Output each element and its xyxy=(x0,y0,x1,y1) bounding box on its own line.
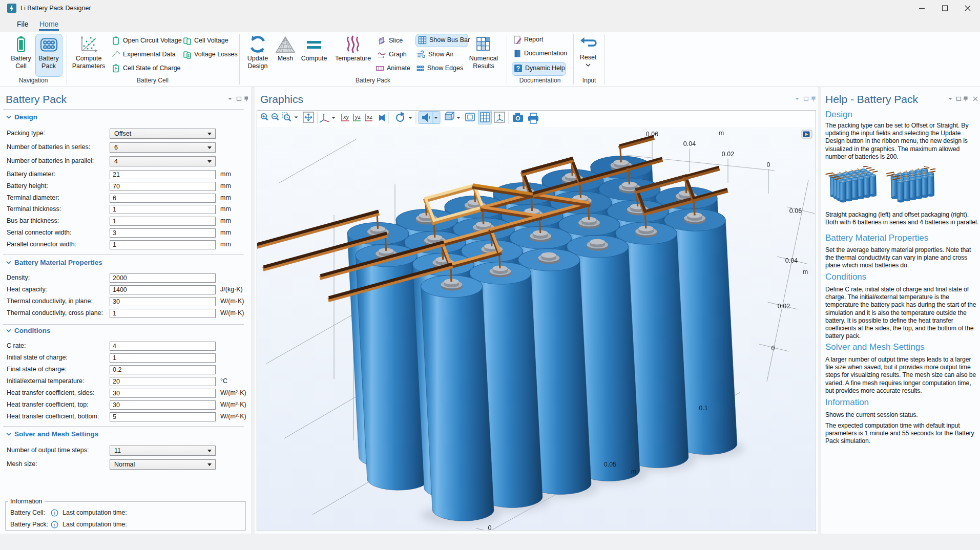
svg-text:0.04: 0.04 xyxy=(785,257,798,264)
svg-text:m: m xyxy=(803,268,808,276)
svg-text:xz: xz xyxy=(367,114,372,120)
svg-text:i: i xyxy=(54,522,55,527)
svg-text:xy: xy xyxy=(343,114,349,120)
svg-text:0.1: 0.1 xyxy=(699,405,707,412)
svg-text:?: ? xyxy=(516,65,520,72)
svg-text:yz: yz xyxy=(355,114,361,120)
svg-text:0.02: 0.02 xyxy=(722,151,734,158)
svg-text:0.06: 0.06 xyxy=(789,207,802,215)
svg-text:0.02: 0.02 xyxy=(778,303,790,310)
svg-text:m: m xyxy=(719,130,724,137)
svg-text:0: 0 xyxy=(488,524,492,530)
svg-text:0.05: 0.05 xyxy=(604,461,616,468)
svg-text:0.04: 0.04 xyxy=(683,140,696,147)
svg-text:0: 0 xyxy=(772,345,775,352)
svg-text:0.06: 0.06 xyxy=(646,131,658,138)
svg-text:m: m xyxy=(631,468,636,475)
svg-text:0: 0 xyxy=(767,161,770,168)
svg-text:i: i xyxy=(54,510,55,516)
